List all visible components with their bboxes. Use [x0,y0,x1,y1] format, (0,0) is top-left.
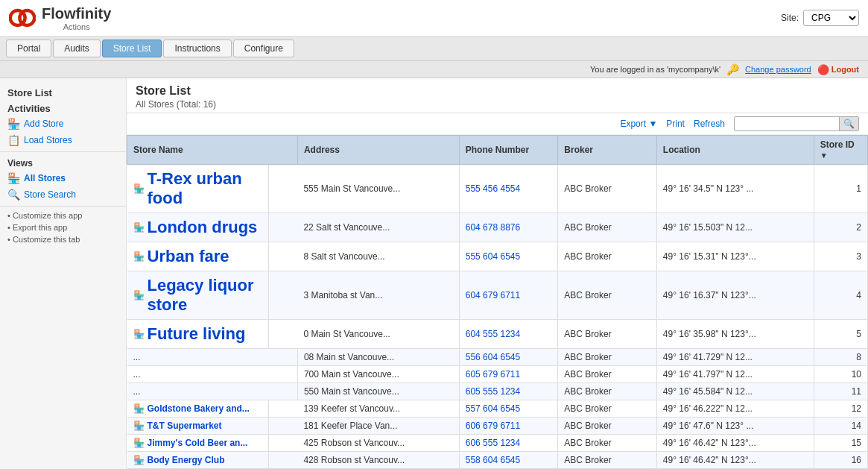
print-button[interactable]: Print [666,119,685,129]
store-broker: ABC Broker [558,213,657,242]
store-id: 8 [814,349,867,366]
store-row-icon: 🏪 [133,421,145,431]
col-header-location[interactable]: Location [656,136,814,165]
content-header: Store List All Stores (Total: 16) [127,78,868,113]
store-phone-link[interactable]: 604 679 6711 [466,290,520,300]
store-name-link[interactable]: Jimmy's Cold Beer an... [148,438,248,448]
store-phone-link[interactable]: 606 679 6711 [466,421,520,431]
store-row-icon: 🏪 [133,329,145,339]
table-row: 🏪 T&T Supermarket181 Keefer Place Van...… [127,418,868,435]
store-phone-link[interactable]: 606 555 1234 [466,438,520,448]
all-stores-icon: 🏪 [7,172,20,184]
store-address: 550 Main st Vancouve... [297,383,459,400]
sidebar-item-load-stores[interactable]: 📋 Load Stores [0,132,126,148]
store-phone-link[interactable]: 604 678 8876 [466,222,520,233]
store-location: 49° 16' 41.797" N 12... [656,366,814,383]
store-row-icon: 🏪 [133,455,145,465]
sidebar-activities-title: Activities [0,100,126,116]
store-broker: ABC Broker [558,271,657,320]
store-address: 8 Salt st Vancouve... [297,242,459,271]
store-phone-link[interactable]: 605 679 6711 [466,369,520,380]
store-name-link[interactable]: T&T Supermarket [148,421,222,431]
store-name-link[interactable]: Goldstone Bakery and... [148,403,250,414]
col-header-broker[interactable]: Broker [558,136,657,165]
site-area: Site: CPG [781,10,859,26]
col-header-phone[interactable]: Phone Number [459,136,558,165]
store-location: 49° 16' 41.729" N 12... [656,349,814,366]
store-location: 49° 16' 46.42" N 123°... [656,435,814,452]
store-id: 15 [814,435,867,452]
table-row: 🏪 Legacy liquor store3 Manitoba st Van..… [127,271,868,320]
tab-configure[interactable]: Configure [233,40,294,57]
logout-icon: 🔴 [817,64,829,75]
site-label: Site: [781,13,799,23]
store-location: 49° 16' 45.584" N 12... [656,383,814,400]
store-phone-link[interactable]: 555 604 6545 [466,251,520,262]
export-button[interactable]: Export ▼ [620,119,657,129]
nav-bar: Portal Audits Store List Instructions Co… [0,37,868,60]
store-location: 49° 16' 34.5" N 123° ... [656,165,814,213]
store-phone-link[interactable]: 556 604 6545 [466,352,520,362]
col-header-store-id[interactable]: Store ID [814,136,867,165]
table-row: 🏪 T-Rex urban food555 Main St Vancouve..… [127,165,868,213]
store-location: 49° 16' 35.98" N 123°... [656,320,814,349]
store-row-icon: 🏪 [133,438,145,448]
store-row-icon: 🏪 [133,403,145,414]
store-address: 425 Robson st Vancouv... [297,435,459,452]
store-phone-link[interactable]: 557 604 6545 [466,403,520,414]
tab-instructions[interactable]: Instructions [163,40,231,57]
brand-name: Flowfinity [42,5,111,22]
svg-point-1 [19,10,34,25]
tab-portal[interactable]: Portal [6,40,51,57]
table-wrapper: Store Name Address Phone Number Broker L… [127,135,868,469]
sidebar-item-store-search[interactable]: 🔍 Store Search [0,186,126,203]
store-broker: ABC Broker [558,165,657,213]
store-phone-link[interactable]: 558 604 6545 [466,455,520,465]
tab-store-list[interactable]: Store List [102,40,162,57]
table-row: 🏪 Body Energy Club428 Robson st Vancouv.… [127,452,868,469]
store-id: 14 [814,418,867,435]
search-submit-button[interactable]: 🔍 [839,117,858,130]
store-name-link[interactable]: London drugs [148,218,258,237]
store-id: 2 [814,213,867,242]
sidebar: Store List Activities 🏪 Add Store 📋 Load… [0,78,127,469]
col-header-address[interactable]: Address [297,136,459,165]
store-search-icon: 🔍 [7,189,20,201]
store-location: 49° 16' 15.503" N 12... [656,213,814,242]
store-broker: ABC Broker [558,400,657,418]
store-address: 181 Keefer Place Van... [297,418,459,435]
store-name-link[interactable]: Legacy liquor store [148,276,262,315]
logo: Flowfinity Actions [9,4,111,31]
store-address: 22 Salt st Vancouve... [297,213,459,242]
store-location: 49° 16' 47.6" N 123° ... [656,418,814,435]
table-row: 🏪 London drugs22 Salt st Vancouve...604 … [127,213,868,242]
table-header-row: Store Name Address Phone Number Broker L… [127,136,868,165]
store-location: 49° 16' 16.37" N 123°... [656,271,814,320]
store-id: 5 [814,320,867,349]
refresh-button[interactable]: Refresh [694,119,725,129]
search-input[interactable] [735,117,839,130]
change-password-link[interactable]: Change password [745,65,811,74]
brand-sub: Actions [42,22,111,31]
store-name-link[interactable]: Future living [148,324,246,344]
sidebar-customize-tab[interactable]: Customize this tab [0,233,126,245]
logo-icon [9,4,36,31]
store-name-link[interactable]: Body Energy Club [148,455,225,465]
table-row: 🏪 Goldstone Bakery and...139 Keefer st V… [127,400,868,418]
sidebar-customize-app[interactable]: Customize this app [0,210,126,221]
tab-audits[interactable]: Audits [53,40,100,57]
sidebar-item-add-store[interactable]: 🏪 Add Store [0,116,126,132]
logout-button[interactable]: 🔴 Logout [817,64,859,75]
store-name-link[interactable]: T-Rex urban food [148,169,262,208]
page-title: Store List [136,84,859,98]
store-broker: ABC Broker [558,383,657,400]
store-name-link[interactable]: Urban fare [148,247,229,266]
site-selector[interactable]: CPG [803,10,859,26]
store-phone-link[interactable]: 555 456 4554 [466,183,520,194]
store-location: 49° 16' 46.42" N 123°... [656,452,814,469]
sidebar-item-all-stores[interactable]: 🏪 All Stores [0,170,126,186]
store-phone-link[interactable]: 604 555 1234 [466,329,520,339]
sidebar-export-app[interactable]: Export this app [0,221,126,233]
store-phone-link[interactable]: 605 555 1234 [466,386,520,397]
col-header-store-name[interactable]: Store Name [127,136,298,165]
